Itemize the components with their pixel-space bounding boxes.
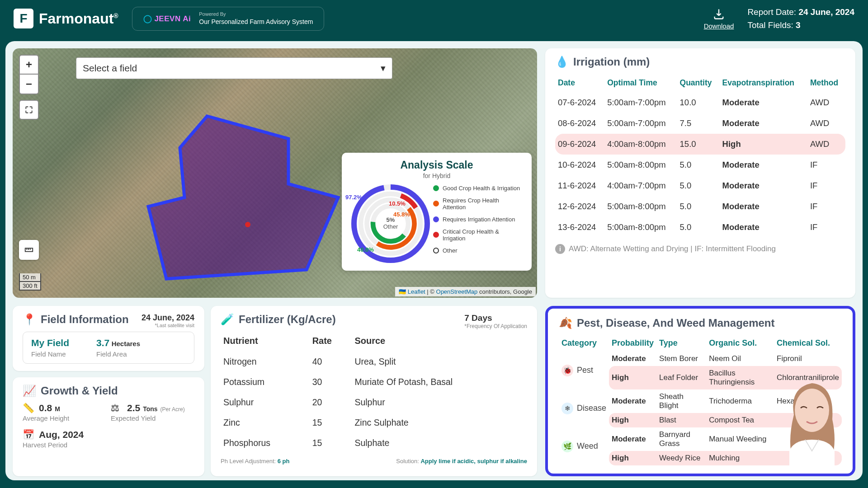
legend-dot (433, 185, 439, 191)
fertilizer-note: *Frequency Of Application (464, 323, 527, 329)
ph-value: 6 ph (278, 458, 290, 465)
growth-title: Growth & Yield (41, 385, 118, 397)
table-row: Nitrogen40Urea, Split (221, 352, 527, 372)
field-name-label: Field Name (31, 350, 69, 358)
powered-by-text: Our Personalized Farm Advisory System (199, 18, 313, 25)
harvest-label: Harvest Period (23, 441, 106, 449)
analysis-title: Analysis Scale (350, 159, 524, 171)
legend-dot (433, 248, 439, 253)
assistant-avatar (767, 361, 857, 478)
legend-item: Requires Irrigation Attention (433, 216, 524, 223)
table-row: 11-6-20244:00am-7:00pm5.0ModerateIF (555, 175, 845, 196)
irrigation-card: 💧Irrigation (mm) DateOptimal TimeQuantit… (545, 48, 855, 298)
ph-label: Ph Level Adjustment: (221, 458, 276, 465)
map-attribution: 🇺🇦 Leaflet | © OpenStreetMap contributor… (395, 287, 536, 296)
download-button[interactable]: Download (704, 8, 734, 30)
table-row: 13-6-20245:00am-8:00pm5.0ModerateIF (555, 217, 845, 238)
table-header: Quantity (677, 74, 720, 92)
table-header: Organic Sol. (706, 335, 774, 352)
powered-by-label: Powered By (199, 11, 313, 18)
irrigation-title: Irrigation (mm) (573, 56, 650, 68)
legend-dot (433, 232, 439, 238)
avg-height-label: Average Height (23, 414, 106, 422)
field-info-note: *Last satellite visit (142, 323, 194, 328)
table-row: 09-6-20244:00am-8:00pm15.0HighAWD (555, 134, 845, 155)
legend-dot (433, 216, 439, 222)
brand-name: Farmonaut (39, 10, 113, 27)
leaf-icon: 🍂 (559, 317, 572, 329)
legend-item: Other (433, 247, 524, 254)
irrigation-footnote: i AWD: Alternate Wetting and Drying | IF… (555, 244, 845, 254)
category-icon: ❄ (561, 403, 573, 414)
field-select-placeholder: Select a field (83, 63, 137, 74)
pest-management-card: 🍂Pest, Disease, And Weed Management Cate… (545, 306, 855, 476)
donut-label-green: 40.8% (357, 246, 374, 253)
solution-value: Apply lime if acidic, sulphur if alkalin… (420, 458, 527, 465)
field-info-title: Field Information (41, 313, 129, 326)
table-row: Phosphorus15Sulphate (221, 433, 527, 453)
svg-point-1 (245, 222, 250, 227)
brand-logo: F Farmonaut® (14, 9, 118, 28)
table-row: Zinc15Zinc Sulphate (221, 413, 527, 433)
table-header: Evapotranspiration (720, 74, 807, 92)
analysis-subtitle: for Hybrid (350, 172, 524, 179)
yield-icon: ⚖ (111, 403, 122, 413)
table-row: 10-6-20245:00am-8:00pm5.0ModerateIF (555, 155, 845, 175)
brand-logo-mark: F (14, 9, 33, 28)
zoom-in-button[interactable]: + (19, 55, 39, 75)
table-header: Probability (609, 335, 656, 352)
table-header: Chemical Sol. (774, 335, 842, 352)
table-header: Rate (310, 329, 352, 352)
growth-icon: 📈 (23, 385, 36, 397)
table-header: Date (555, 74, 604, 92)
solution-label: Solution: (396, 458, 419, 465)
measure-button[interactable] (19, 240, 39, 260)
trademark-icon: ® (113, 12, 118, 19)
table-row: 08-6-20245:00am-7:00pm7.5ModerateAWD (555, 113, 845, 134)
yield-value: 2.5 (127, 403, 140, 413)
map-view[interactable]: + − Select a field ▾ 50 m 300 ft 🇺🇦 Leaf… (13, 48, 537, 298)
download-icon (712, 8, 725, 20)
field-area-label: Field Area (96, 350, 140, 358)
table-row: 12-6-20245:00am-8:00pm5.0ModerateIF (555, 196, 845, 217)
leaflet-link[interactable]: Leaflet (408, 288, 425, 295)
zoom-out-button[interactable]: − (19, 75, 39, 94)
category-icon: 🌿 (561, 441, 573, 452)
donut-label-red: 10.5% (389, 200, 406, 207)
legend-item: Requires Crop Health Attention (433, 197, 524, 211)
table-header: Method (807, 74, 845, 92)
irrigation-table: DateOptimal TimeQuantityEvapotranspirati… (555, 74, 845, 238)
irrigation-icon: 💧 (555, 56, 569, 68)
field-name-value: My Field (31, 338, 69, 348)
table-row: Potassium30Muriate Of Potash, Basal (221, 372, 527, 392)
field-area-value: 3.7 (96, 338, 109, 348)
fertilizer-table: NutrientRateSource Nitrogen40Urea, Split… (221, 329, 527, 453)
table-header: Category (559, 335, 609, 352)
yield-label: Expected Yield (111, 414, 194, 422)
svg-point-10 (795, 389, 829, 432)
table-row: Sulphur20Sulphur (221, 392, 527, 413)
table-header: Optimal Time (604, 74, 677, 92)
jeevn-badge: ◯ JEEVN Ai Powered By Our Personalized F… (132, 7, 325, 31)
osm-link[interactable]: OpenStreetMap (436, 288, 478, 295)
field-select-dropdown[interactable]: Select a field ▾ (76, 57, 392, 79)
legend-dot (433, 201, 439, 206)
report-date-value: 24 June, 2024 (798, 7, 854, 17)
info-icon: i (555, 244, 565, 254)
map-scale-bar: 50 m 300 ft (19, 273, 41, 291)
fertilizer-title: Fertilizer (Kg/Acre) (239, 313, 336, 326)
table-header: Source (352, 329, 527, 352)
analysis-legend: Good Crop Health & IrrigationRequires Cr… (433, 183, 524, 264)
field-info-icon: 📍 (23, 313, 36, 326)
analysis-donut: 5%Other 97.2% 10.5% 45.8% 40.8% (350, 183, 431, 264)
total-fields-value: 3 (796, 20, 801, 30)
fertilizer-icon: 🧪 (221, 313, 234, 326)
fullscreen-icon (24, 105, 33, 114)
field-info-date: 24 June, 2024 (142, 313, 194, 323)
legend-item: Good Crop Health & Irrigation (433, 185, 524, 192)
growth-yield-card: 📈Growth & Yield 📏0.8 M Average Height ⚖2… (13, 377, 204, 476)
fertilizer-days: 7 Days (464, 313, 527, 323)
field-polygon[interactable] (144, 112, 343, 288)
fullscreen-button[interactable] (19, 100, 39, 120)
harvest-value: Aug, 2024 (39, 429, 84, 440)
